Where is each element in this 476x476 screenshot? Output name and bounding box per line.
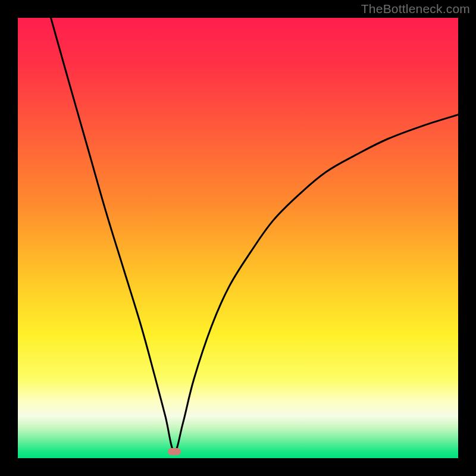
bottleneck-curve (51, 18, 459, 452)
chart-frame: TheBottleneck.com (0, 0, 476, 476)
plot-area (18, 18, 458, 458)
optimal-point-marker (168, 448, 181, 455)
watermark-text: TheBottleneck.com (361, 2, 470, 16)
curve-layer (18, 18, 458, 458)
